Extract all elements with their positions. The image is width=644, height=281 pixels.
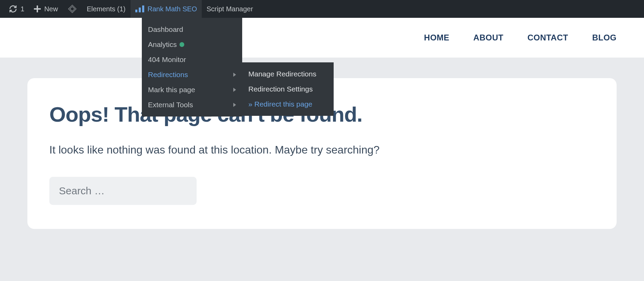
monitor-404-label: 404 Monitor [148,56,186,64]
script-manager-label: Script Manager [207,5,253,13]
diamond-icon [67,4,77,14]
dropdown-analytics[interactable]: Analytics [142,37,242,52]
dropdown-dashboard[interactable]: Dashboard [142,22,242,37]
generatepress-item[interactable] [63,0,82,18]
main-nav: HOME ABOUT CONTACT BLOG [424,33,617,42]
message-404: It looks like nothing was found at this … [49,144,595,156]
svg-rect-3 [70,7,75,11]
rank-math-item[interactable]: Rank Math SEO [131,0,202,18]
refresh-icon [9,5,17,13]
nav-about[interactable]: ABOUT [473,33,504,42]
mark-page-label: Mark this page [148,86,195,94]
admin-bar: 1 New Elements (1) Rank Math SEO Script … [0,0,644,18]
dashboard-label: Dashboard [148,25,183,34]
submenu-redirection-settings[interactable]: Redirection Settings [242,82,334,97]
redirections-submenu: Manage Redirections Redirection Settings… [242,62,334,116]
dropdown-redirections[interactable]: Redirections [142,67,242,82]
bar-chart-icon [135,5,144,12]
nav-contact[interactable]: CONTACT [528,33,568,42]
chevron-right-icon [233,73,236,77]
redirect-this-page-label: » Redirect this page [248,100,312,108]
dropdown-mark-page[interactable]: Mark this page [142,82,242,97]
svg-rect-6 [142,5,144,12]
site-header: HOME ABOUT CONTACT BLOG [0,18,644,58]
rank-math-dropdown: Dashboard Analytics 404 Monitor Redirect… [142,18,242,117]
submenu-redirect-this-page[interactable]: » Redirect this page [242,97,334,112]
search-input[interactable] [49,177,197,205]
new-label: New [44,5,58,13]
status-dot-icon [179,42,184,47]
elements-label: Elements (1) [87,5,125,13]
refresh-item[interactable]: 1 [4,0,29,18]
external-tools-label: External Tools [148,101,193,109]
dropdown-external-tools[interactable]: External Tools [142,97,242,112]
redirection-settings-label: Redirection Settings [248,85,313,93]
plus-icon [34,5,41,12]
chevron-right-icon [233,103,236,107]
svg-rect-1 [34,8,41,10]
nav-blog[interactable]: BLOG [592,33,617,42]
chevron-right-icon [233,88,236,92]
manage-redirections-label: Manage Redirections [248,70,316,78]
analytics-label: Analytics [148,40,177,49]
dropdown-404-monitor[interactable]: 404 Monitor [142,52,242,67]
rank-math-label: Rank Math SEO [148,5,197,13]
svg-rect-4 [135,10,137,12]
submenu-manage-redirections[interactable]: Manage Redirections [242,66,334,82]
nav-home[interactable]: HOME [424,33,449,42]
svg-rect-5 [139,8,141,12]
elements-item[interactable]: Elements (1) [82,0,130,18]
refresh-count: 1 [21,5,24,13]
script-manager-item[interactable]: Script Manager [202,0,258,18]
new-item[interactable]: New [29,0,63,18]
redirections-label: Redirections [148,71,188,79]
